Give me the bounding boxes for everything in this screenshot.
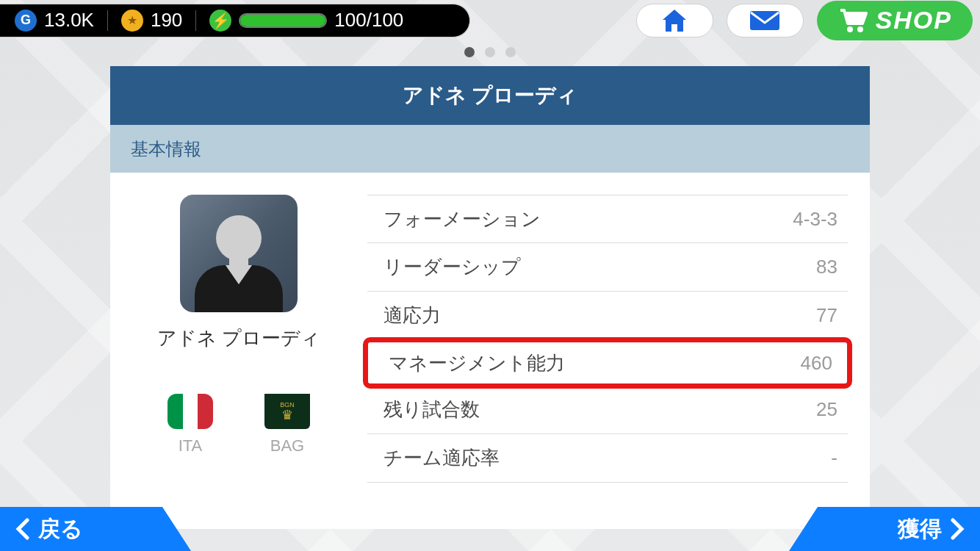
club-badge: BGN ♛ BAG bbox=[264, 394, 310, 455]
gold-coin-icon: ★ bbox=[121, 10, 143, 32]
stat-row-matches-left: 残り試合数 25 bbox=[367, 386, 848, 434]
coach-profile-panel: アドネ プローディ ITA BGN ♛ BAG bbox=[110, 195, 367, 483]
stat-row-management: マネージメント能力 460 bbox=[368, 342, 847, 383]
svg-point-1 bbox=[847, 26, 853, 32]
shop-button[interactable]: SHOP bbox=[817, 1, 973, 40]
top-bar: G 13.0K ★ 190 ⚡ 100/100 SHOP bbox=[0, 0, 980, 40]
cart-icon bbox=[837, 7, 868, 34]
italy-flag-icon bbox=[167, 394, 213, 429]
highlight-annotation: マネージメント能力 460 bbox=[363, 337, 852, 389]
coach-name: アドネ プローディ bbox=[157, 325, 320, 351]
page-dot[interactable] bbox=[485, 47, 495, 57]
nation-code: ITA bbox=[179, 436, 203, 455]
chevron-right-icon bbox=[949, 518, 965, 540]
stat-value: 4-3-3 bbox=[793, 208, 837, 231]
back-button[interactable]: 戻る bbox=[0, 507, 191, 551]
stat-value: - bbox=[831, 447, 837, 469]
stat-row-adaptability: 適応力 77 bbox=[367, 292, 848, 340]
back-label: 戻る bbox=[38, 514, 83, 544]
mail-icon bbox=[749, 10, 780, 31]
stats-panel: フォーメーション 4-3-3 リーダーシップ 83 適応力 77 マネージメント… bbox=[367, 195, 870, 483]
club-crest-icon: BGN ♛ bbox=[264, 394, 310, 429]
currency-bar: G 13.0K ★ 190 ⚡ 100/100 bbox=[0, 4, 470, 37]
gold-amount: 13.0K bbox=[44, 9, 94, 32]
chevron-left-icon bbox=[15, 518, 31, 540]
energy-meter[interactable]: ⚡ 100/100 bbox=[209, 9, 403, 32]
energy-icon: ⚡ bbox=[209, 10, 231, 32]
svg-point-2 bbox=[857, 26, 863, 32]
stat-row-leadership: リーダーシップ 83 bbox=[367, 243, 848, 292]
badge-row: ITA BGN ♛ BAG bbox=[167, 394, 310, 455]
coach-avatar bbox=[180, 195, 298, 312]
acquire-label: 獲得 bbox=[898, 514, 942, 544]
stat-row-formation: フォーメーション 4-3-3 bbox=[367, 195, 848, 243]
page-dots bbox=[464, 47, 516, 57]
stat-value: 77 bbox=[816, 304, 837, 327]
acquire-button[interactable]: 獲得 bbox=[789, 507, 980, 551]
energy-bar bbox=[239, 13, 327, 28]
coach-info-card: アドネ プローディ 基本情報 アドネ プローディ ITA BGN ♛ bbox=[110, 66, 870, 529]
divider bbox=[107, 10, 108, 31]
shop-label: SHOP bbox=[876, 6, 952, 35]
stat-label: 適応力 bbox=[383, 303, 441, 328]
home-button[interactable] bbox=[636, 4, 713, 37]
energy-text: 100/100 bbox=[334, 9, 403, 32]
stat-value: 83 bbox=[816, 256, 837, 278]
stat-value: 25 bbox=[816, 398, 837, 421]
stat-label: フォーメーション bbox=[383, 206, 541, 232]
page-dot[interactable] bbox=[464, 47, 475, 57]
coin-currency[interactable]: ★ 190 bbox=[121, 9, 182, 32]
mail-button[interactable] bbox=[727, 4, 804, 37]
coin-amount: 190 bbox=[151, 9, 182, 32]
divider bbox=[195, 10, 196, 31]
stat-label: リーダーシップ bbox=[383, 254, 521, 280]
home-icon bbox=[660, 8, 688, 33]
gold-currency[interactable]: G 13.0K bbox=[15, 9, 94, 32]
bottom-nav: 戻る 獲得 bbox=[0, 507, 980, 551]
stat-label: マネージメント能力 bbox=[389, 350, 565, 376]
stat-row-team-fit: チーム適応率 - bbox=[367, 434, 848, 483]
stat-value: 460 bbox=[801, 352, 832, 375]
stat-label: 残り試合数 bbox=[383, 397, 480, 422]
nation-badge: ITA bbox=[167, 394, 213, 455]
stat-label: チーム適応率 bbox=[383, 445, 500, 471]
page-dot[interactable] bbox=[505, 47, 516, 57]
card-subtitle: 基本情報 bbox=[110, 125, 870, 173]
blue-coin-icon: G bbox=[15, 10, 37, 32]
card-title: アドネ プローディ bbox=[110, 66, 870, 125]
club-code: BAG bbox=[270, 436, 304, 455]
